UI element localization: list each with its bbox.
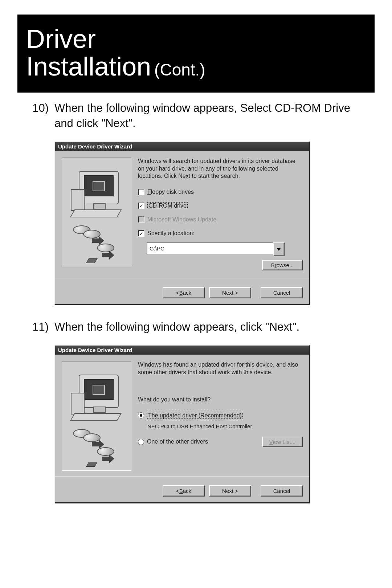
dialog1-intro-text: Windows will search for updated drivers …	[138, 158, 303, 180]
update-driver-wizard-dialog-2: Update Device Driver Wizard Windows has …	[54, 345, 310, 503]
page-title-suffix: (Cont.)	[154, 60, 205, 79]
next-button[interactable]: Next >	[209, 287, 251, 298]
msupdate-label: Microsoft Windows Update	[147, 216, 216, 223]
svg-marker-1	[102, 251, 114, 260]
dialog1-title: Update Device Driver Wizard	[55, 142, 309, 151]
step-11-number: 11)	[25, 319, 49, 335]
recommended-driver-label: The updated driver (Recommended)	[147, 412, 243, 419]
back-button[interactable]: < Back	[163, 485, 205, 497]
cancel-button[interactable]: Cancel	[261, 485, 303, 497]
dialog2-intro-text: Windows has found an updated driver for …	[138, 361, 303, 376]
step-10-text: When the following window appears, Selec…	[54, 101, 367, 131]
dialog1-separator	[55, 278, 309, 278]
msupdate-checkbox	[138, 216, 144, 223]
cdrom-drive-checkbox-row[interactable]: CD-ROM drive	[138, 203, 303, 209]
recommended-driver-radio-row[interactable]: The updated driver (Recommended)	[138, 412, 303, 419]
floppy-disk-drives-checkbox-row[interactable]: Floppy disk drives	[138, 189, 303, 195]
back-button[interactable]: < Back	[163, 287, 205, 298]
recommended-driver-description: NEC PCI to USB Enhanced Host Controller	[147, 423, 303, 429]
svg-marker-3	[102, 454, 114, 463]
other-drivers-label: One of the other drivers	[147, 438, 208, 445]
location-combobox[interactable]: G:\PC	[147, 242, 285, 256]
dialog2-question: What do you want to install?	[138, 396, 303, 404]
page-title: Driver Installation (Cont.)	[26, 25, 366, 80]
location-input[interactable]: G:\PC	[147, 242, 273, 254]
specify-location-checkbox[interactable]	[138, 230, 144, 237]
browse-button[interactable]: Browse...	[262, 260, 303, 270]
specify-location-label: Specify a location:	[147, 230, 195, 237]
update-driver-wizard-dialog-1: Update Device Driver Wizard Windows will…	[54, 141, 310, 305]
recommended-driver-radio[interactable]	[138, 412, 144, 418]
step-10-number: 10)	[25, 101, 49, 131]
view-list-button: View List...	[262, 437, 303, 447]
page-title-line1: Driver	[26, 25, 366, 53]
dialog2-title: Update Device Driver Wizard	[55, 346, 309, 355]
wizard-illustration-icon	[62, 361, 131, 471]
location-dropdown-button[interactable]	[273, 242, 285, 256]
cancel-button[interactable]: Cancel	[261, 287, 303, 298]
wizard-illustration-icon	[62, 158, 131, 267]
cdrom-checkbox[interactable]	[138, 203, 144, 209]
floppy-checkbox[interactable]	[138, 189, 144, 195]
page-banner: Driver Installation (Cont.)	[17, 15, 375, 93]
next-button[interactable]: Next >	[209, 485, 251, 497]
step-10: 10) When the following window appears, S…	[25, 101, 367, 131]
cdrom-label: CD-ROM drive	[147, 203, 188, 209]
floppy-label: Floppy disk drives	[147, 189, 194, 195]
chevron-down-icon	[277, 248, 281, 251]
page-title-line2: Installation	[26, 52, 151, 81]
other-drivers-radio-row[interactable]: One of the other drivers	[138, 438, 208, 445]
dialog2-separator	[55, 476, 309, 477]
step-11: 11) When the following window appears, c…	[25, 319, 367, 335]
specify-location-checkbox-row[interactable]: Specify a location:	[138, 230, 303, 237]
other-drivers-radio[interactable]	[138, 439, 144, 445]
ms-windows-update-checkbox-row: Microsoft Windows Update	[138, 216, 303, 223]
step-11-text: When the following window appears, click…	[54, 319, 299, 335]
